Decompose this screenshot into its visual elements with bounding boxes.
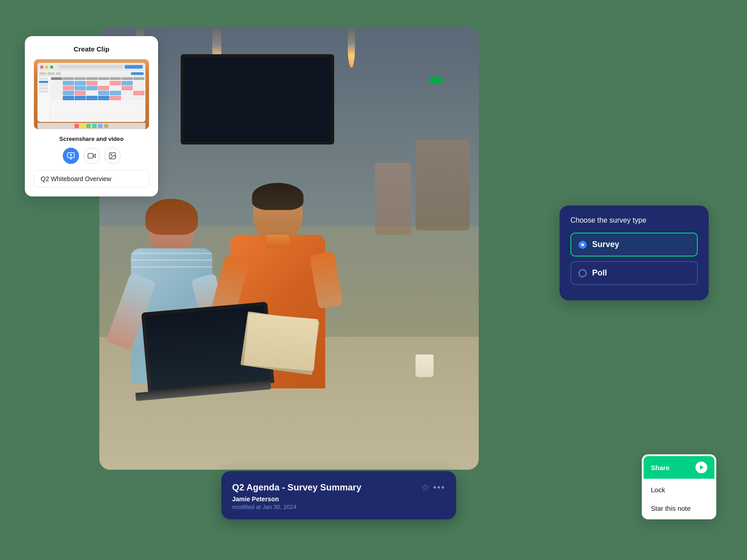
share-label: Share xyxy=(651,464,670,471)
screenshare-label: Screenshare and video xyxy=(34,135,149,142)
survey-option-poll[interactable]: Poll xyxy=(570,261,698,285)
context-menu: Share Lock Star this note xyxy=(642,454,716,519)
video-icon-button[interactable] xyxy=(84,148,100,164)
note-title: Q2 Agenda - Survey Summary xyxy=(232,482,418,493)
screenshare-icon-button[interactable] xyxy=(63,148,79,164)
create-clip-title: Create Clip xyxy=(34,45,149,53)
svg-rect-5 xyxy=(88,154,93,159)
note-author: Jamie Peterson xyxy=(232,495,445,503)
note-card: Q2 Agenda - Survey Summary ☆ ••• Jamie P… xyxy=(221,471,456,519)
survey-card-title: Choose the survey type xyxy=(570,216,698,224)
note-more-button[interactable]: ••• xyxy=(433,482,445,493)
context-menu-item-lock[interactable]: Lock xyxy=(642,481,716,499)
survey-option-survey[interactable]: Survey xyxy=(570,233,698,257)
survey-option-label-poll: Poll xyxy=(592,268,607,278)
star-note-label: Star this note xyxy=(651,504,691,512)
lock-label: Lock xyxy=(651,486,665,494)
context-menu-item-star[interactable]: Star this note xyxy=(642,499,716,519)
context-menu-item-share[interactable]: Share xyxy=(644,456,714,479)
svg-marker-4 xyxy=(93,154,95,158)
survey-option-label-survey: Survey xyxy=(592,240,619,249)
image-icon-button[interactable] xyxy=(104,148,121,164)
clip-thumbnail xyxy=(34,59,149,129)
radio-survey xyxy=(579,241,587,249)
survey-type-card: Choose the survey type Survey Poll xyxy=(560,205,709,300)
clip-name-input[interactable] xyxy=(34,170,149,187)
radio-poll xyxy=(579,269,587,277)
create-clip-card: Create Clip xyxy=(25,36,158,196)
note-star-button[interactable]: ☆ xyxy=(418,482,433,493)
note-header: Q2 Agenda - Survey Summary ☆ ••• xyxy=(232,482,445,493)
note-modified-date: modified at Jan 30, 2024 xyxy=(232,504,445,519)
svg-point-7 xyxy=(111,154,112,155)
clip-icons-row xyxy=(34,148,149,164)
